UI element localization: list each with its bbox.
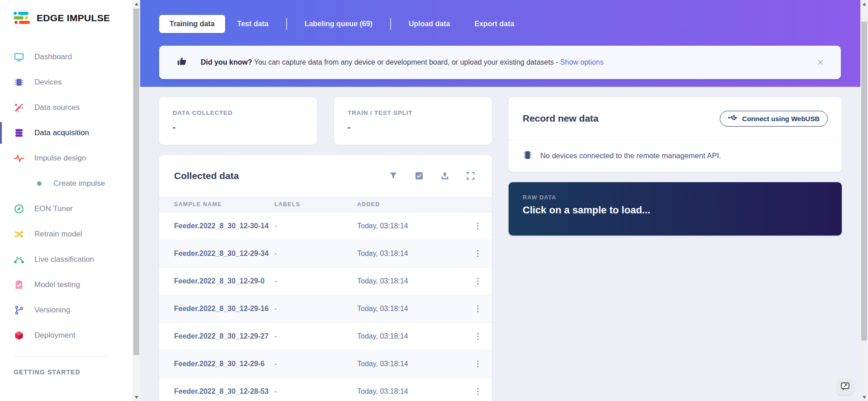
sidebar: EDGE IMPULSE Dashboard Devices Data sour… [0,0,132,401]
column-added: ADDED [357,197,463,212]
sidebar-scrollbar-thumb[interactable] [133,9,139,355]
raw-data-message: Click on a sample to load... [523,204,828,216]
feedback-chat-icon [840,382,850,392]
bezier-curve-icon [14,254,24,265]
sidebar-item-model-testing[interactable]: Model testing [0,272,132,297]
content-area: DATA COLLECTED - TRAIN / TEST SPLIT - Co… [140,87,860,401]
sample-added: Today, 03:18:14 [357,295,463,322]
feedback-widget-button[interactable] [837,378,854,395]
monitor-icon [14,52,24,62]
tab-test-data[interactable]: Test data [225,15,281,33]
stat-value: - [348,123,478,132]
sidebar-divider [14,356,108,357]
sidebar-item-versioning[interactable]: Versioning [0,297,132,323]
data-collected-card: DATA COLLECTED - [159,97,317,145]
sidebar-item-label: Retrain model [34,230,82,239]
kebab-menu-icon[interactable] [473,387,482,396]
usb-icon [728,114,738,123]
tab-divider [286,18,287,30]
page-scrollbar-thumb[interactable] [861,22,867,340]
close-icon[interactable]: × [814,55,827,70]
kebab-menu-icon[interactable] [473,222,482,231]
sidebar-item-create-impulse[interactable]: Create impulse [0,171,132,196]
table-row[interactable]: Feeder.2022_8_30_12-29-16 - Today, 03:18… [159,295,492,322]
sidebar-item-label: Data sources [34,103,80,112]
sidebar-item-label: Create impulse [53,179,105,188]
expand-icon[interactable] [466,171,476,181]
table-header-row: SAMPLE NAME LABELS ADDED [159,197,492,212]
record-new-data-card: Record new data Connect using WebUSB No … [509,97,842,172]
sidebar-item-retrain-model[interactable]: Retrain model [0,222,132,247]
record-new-data-header: Record new data Connect using WebUSB [509,97,842,140]
stat-label: TRAIN / TEST SPLIT [348,109,478,116]
collected-data-title: Collected data [174,170,388,181]
chip-icon [14,77,24,88]
sample-name[interactable]: Feeder.2022_8_30_12-29-6 [159,350,274,377]
sidebar-item-data-sources[interactable]: Data sources [0,95,132,120]
sidebar-item-dashboard[interactable]: Dashboard [0,44,132,70]
connect-webusb-button[interactable]: Connect using WebUSB [720,111,828,127]
tab-export-data[interactable]: Export data [462,15,526,33]
tab-labeling-queue[interactable]: Labeling queue (69) [292,15,385,33]
table-row[interactable]: Feeder.2022_8_30_12-30-14 - Today, 03:18… [159,212,492,240]
sample-name[interactable]: Feeder.2022_8_30_12-29-34 [159,240,274,267]
page-header: Training data Test data Labeling queue (… [140,0,860,87]
table-row[interactable]: Feeder.2022_8_30_12-29-34 - Today, 03:18… [159,240,492,267]
upload-icon[interactable] [440,171,450,181]
bullet-dot-icon [35,178,43,189]
table-row[interactable]: Feeder.2022_8_30_12-28-53 - Today, 03:18… [159,377,492,401]
tab-training-data[interactable]: Training data [159,15,225,33]
train-test-split-card: TRAIN / TEST SPLIT - [334,97,492,145]
select-all-checkbox-icon[interactable] [414,171,424,181]
sample-name[interactable]: Feeder.2022_8_30_12-29-16 [159,295,274,322]
sample-added: Today, 03:18:14 [357,322,463,350]
stats-row: DATA COLLECTED - TRAIN / TEST SPLIT - [159,97,492,145]
scroll-down-arrow-icon[interactable] [132,393,140,401]
stat-label: DATA COLLECTED [173,109,303,116]
collected-data-header: Collected data [159,155,492,197]
kebab-menu-icon[interactable] [473,249,482,258]
sidebar-item-eon-tuner[interactable]: EON Tuner [0,196,132,222]
stat-value: - [173,123,303,132]
sample-name[interactable]: Feeder.2022_8_30_12-29-27 [159,322,274,350]
magic-wand-icon [14,102,24,113]
cube-icon [14,330,24,341]
sidebar-item-label: Deployment [34,331,75,340]
kebab-menu-icon[interactable] [473,277,482,286]
table-toolbar [388,171,476,181]
table-row[interactable]: Feeder.2022_8_30_12-29-27 - Today, 03:18… [159,322,492,350]
kebab-menu-icon[interactable] [473,304,482,313]
database-icon [14,127,24,138]
sidebar-scrollbar[interactable] [132,0,140,401]
kebab-menu-icon[interactable] [473,332,482,341]
scroll-up-arrow-icon[interactable] [132,0,140,8]
edge-impulse-logo[interactable]: EDGE IMPULSE [0,0,132,24]
connect-webusb-label: Connect using WebUSB [742,115,820,123]
thumbs-up-icon [176,56,188,69]
show-options-link[interactable]: Show options [560,58,604,66]
sidebar-item-deployment[interactable]: Deployment [0,323,132,348]
page-scrollbar[interactable] [860,0,868,401]
tab-upload-data[interactable]: Upload data [396,15,462,33]
sidebar-item-live-classification[interactable]: Live classification [0,247,132,272]
sample-name[interactable]: Feeder.2022_8_30_12-29-0 [159,267,274,295]
table-row[interactable]: Feeder.2022_8_30_12-29-6 - Today, 03:18:… [159,350,492,377]
kebab-menu-icon[interactable] [473,359,482,368]
sidebar-item-devices[interactable]: Devices [0,70,132,95]
edge-impulse-logo-icon [14,12,32,24]
tab-divider [390,18,391,30]
sidebar-nav: Dashboard Devices Data sources Data acqu… [0,44,132,348]
sample-name[interactable]: Feeder.2022_8_30_12-28-53 [159,377,274,401]
sample-name[interactable]: Feeder.2022_8_30_12-30-14 [159,212,274,240]
scroll-down-arrow-icon[interactable] [860,393,868,401]
main-content: Training data Test data Labeling queue (… [140,0,860,401]
sample-labels: - [274,240,357,267]
clipboard-check-icon [14,279,24,290]
sidebar-item-data-acquisition[interactable]: Data acquisition [0,120,132,146]
filter-icon[interactable] [388,171,398,181]
sample-labels: - [274,267,357,295]
shuffle-icon [14,229,24,240]
scroll-up-arrow-icon[interactable] [860,0,868,8]
sidebar-item-impulse-design[interactable]: Impulse design [0,146,132,171]
table-row[interactable]: Feeder.2022_8_30_12-29-0 - Today, 03:18:… [159,267,492,295]
